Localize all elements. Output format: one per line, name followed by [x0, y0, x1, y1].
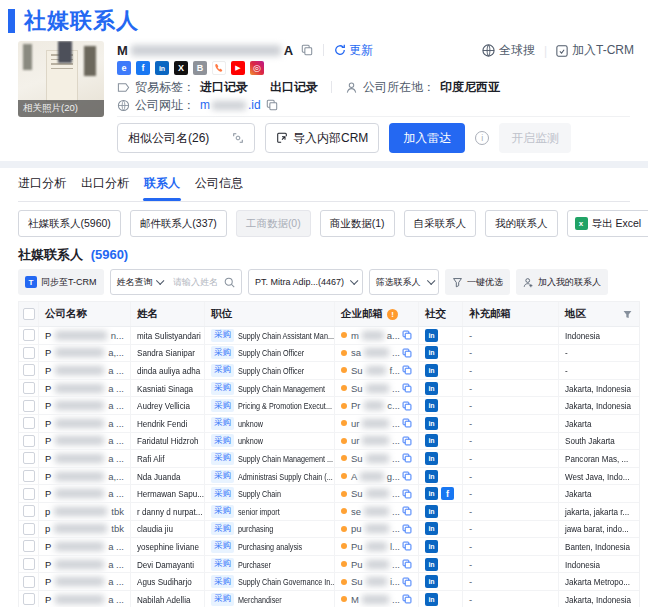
- copy-icon[interactable]: [402, 418, 412, 428]
- copy-icon[interactable]: [402, 436, 412, 446]
- table-row[interactable]: ptbk r danny d nurpat... 采购senior import…: [19, 503, 639, 521]
- linkedin-icon[interactable]: in: [425, 505, 438, 518]
- table-row[interactable]: Pa,... Nda Juanda 采购Administrasi Supply …: [19, 468, 639, 486]
- tab-export-analysis[interactable]: 出口分析: [81, 176, 129, 201]
- linkedin-icon[interactable]: in: [425, 522, 438, 535]
- pill-commercial-data[interactable]: 商业数据(1): [320, 210, 395, 237]
- linkedin-icon[interactable]: in: [425, 382, 438, 395]
- table-row[interactable]: Pa ... Rafi Alif 采购Supply Chain Manageme…: [19, 450, 639, 468]
- global-search-link[interactable]: 全球搜: [482, 42, 535, 59]
- facebook-icon[interactable]: f: [136, 61, 150, 75]
- linkedin-icon[interactable]: in: [425, 487, 438, 500]
- table-row[interactable]: Pa ... Agus Sudiharjo 采购Supply Chain Gov…: [19, 573, 639, 591]
- query-type-select[interactable]: 姓名查询: [111, 270, 168, 294]
- linkedin-icon[interactable]: in: [425, 540, 438, 553]
- row-checkbox[interactable]: [23, 435, 35, 447]
- monitor-button[interactable]: 开启监测: [499, 123, 571, 153]
- linkedin-icon[interactable]: in: [425, 399, 438, 412]
- pill-self-collected[interactable]: 自采联系人: [404, 210, 477, 237]
- table-row[interactable]: Pa ... yosephine liviane 采购Purchasing an…: [19, 538, 639, 556]
- filter-icon[interactable]: [622, 309, 633, 320]
- table-row[interactable]: Pa ... Nabilah Adellia 采购Merchandiser M.…: [19, 591, 639, 607]
- linkedin-icon[interactable]: in: [425, 575, 438, 588]
- name-search-input[interactable]: 请输入姓名: [167, 270, 241, 294]
- table-row[interactable]: Pa ... Kasniati Sinaga 采购Supply Chain Ma…: [19, 380, 639, 398]
- linkedin-icon[interactable]: in: [425, 558, 438, 571]
- table-row[interactable]: Pa ... Faridatul Hidzroh 采购unknow ur... …: [19, 433, 639, 451]
- table-row[interactable]: Pa,... Sandra Sianipar 采购Supply Chain Of…: [19, 345, 639, 363]
- pill-email-contacts[interactable]: 邮件联系人(337): [130, 210, 227, 237]
- sync-tcrm-button[interactable]: T 同步至T-CRM: [18, 269, 104, 295]
- instagram-icon[interactable]: ◎: [250, 61, 264, 75]
- row-checkbox[interactable]: [23, 347, 35, 359]
- website-link[interactable]: m .id: [200, 98, 261, 112]
- row-checkbox[interactable]: [23, 576, 35, 588]
- linkedin-icon[interactable]: in: [425, 434, 438, 447]
- blog-icon[interactable]: B: [193, 61, 207, 75]
- export-excel-button[interactable]: x 导出 Excel: [567, 210, 648, 237]
- filter-contacts-select[interactable]: 筛选联系人: [369, 269, 440, 295]
- linkedin-icon[interactable]: in: [425, 470, 438, 483]
- tab-contacts[interactable]: 联系人: [144, 176, 180, 201]
- join-tcrm-link[interactable]: 加入T-CRM: [556, 42, 634, 59]
- join-radar-button[interactable]: 加入雷达: [389, 123, 465, 153]
- row-checkbox[interactable]: [23, 593, 35, 605]
- copy-icon[interactable]: [402, 330, 412, 340]
- company-photo[interactable]: 相关照片(20): [18, 41, 104, 117]
- copy-icon[interactable]: [402, 365, 412, 375]
- linkedin-icon[interactable]: in: [425, 329, 438, 342]
- copy-icon[interactable]: [402, 453, 412, 463]
- website-icon[interactable]: e: [117, 61, 131, 75]
- table-row[interactable]: Pn... mita Sulistyandari 采购Supply Chain …: [19, 327, 639, 345]
- table-row[interactable]: ptbk claudia jiu 采购purchasing pu... in -…: [19, 521, 639, 539]
- row-checkbox[interactable]: [23, 452, 35, 464]
- row-checkbox[interactable]: [23, 505, 35, 517]
- linkedin-icon[interactable]: in: [425, 417, 438, 430]
- table-row[interactable]: Pa ... Audrey Vellicia 采购Pricing & Promo…: [19, 397, 639, 415]
- copy-icon[interactable]: [402, 594, 412, 604]
- row-checkbox[interactable]: [23, 364, 35, 376]
- linkedin-icon[interactable]: in: [425, 593, 438, 606]
- linkedin-icon[interactable]: in: [425, 364, 438, 377]
- table-row[interactable]: Pa ... Hermawan Sapu... 采购Supply Chain S…: [19, 485, 639, 503]
- row-checkbox[interactable]: [23, 558, 35, 570]
- facebook-icon[interactable]: f: [441, 487, 454, 500]
- import-record-tag[interactable]: 进口记录: [200, 80, 248, 94]
- row-checkbox[interactable]: [23, 329, 35, 341]
- copy-icon[interactable]: [301, 44, 313, 56]
- tab-company-info[interactable]: 公司信息: [195, 176, 243, 201]
- copy-icon[interactable]: [402, 348, 412, 358]
- linkedin-icon[interactable]: in: [425, 346, 438, 359]
- linkedin-icon[interactable]: in: [155, 61, 169, 75]
- copy-icon[interactable]: [402, 559, 412, 569]
- row-checkbox[interactable]: [23, 417, 35, 429]
- quick-select-button[interactable]: 一键优选: [445, 269, 510, 295]
- email-warning-icon[interactable]: !: [387, 309, 398, 320]
- x-icon[interactable]: X: [174, 61, 188, 75]
- add-my-contacts-button[interactable]: 加入我的联系人: [516, 269, 608, 295]
- copy-icon[interactable]: [402, 401, 412, 411]
- company-filter-select[interactable]: PT. Mitra Adip...(4467): [248, 269, 363, 295]
- table-row[interactable]: Pa ... dinda auliya adha 采购Supply Chain …: [19, 362, 639, 380]
- linkedin-icon[interactable]: in: [425, 452, 438, 465]
- pill-my-contacts[interactable]: 我的联系人: [485, 210, 558, 237]
- copy-icon[interactable]: [402, 471, 412, 481]
- row-checkbox[interactable]: [23, 488, 35, 500]
- copy-icon[interactable]: [402, 383, 412, 393]
- row-checkbox[interactable]: [23, 400, 35, 412]
- youtube-icon[interactable]: ▶: [231, 61, 245, 75]
- copy-icon[interactable]: [402, 506, 412, 516]
- copy-icon[interactable]: [402, 577, 412, 587]
- table-row[interactable]: Pa ... Hendrik Fendi 采购unknow ur... in -…: [19, 415, 639, 433]
- similar-companies-button[interactable]: 相似公司名(26): [117, 123, 255, 153]
- refresh-button[interactable]: 更新: [334, 42, 373, 59]
- copy-icon[interactable]: [402, 541, 412, 551]
- import-crm-button[interactable]: 导入内部CRM: [265, 123, 379, 153]
- copy-icon[interactable]: [266, 99, 278, 111]
- info-icon[interactable]: i: [475, 131, 489, 145]
- pill-social-contacts[interactable]: 社媒联系人(5960): [18, 210, 121, 237]
- export-record-tag[interactable]: 出口记录: [270, 80, 318, 94]
- row-checkbox[interactable]: [23, 540, 35, 552]
- row-checkbox[interactable]: [23, 382, 35, 394]
- row-checkbox[interactable]: [23, 470, 35, 482]
